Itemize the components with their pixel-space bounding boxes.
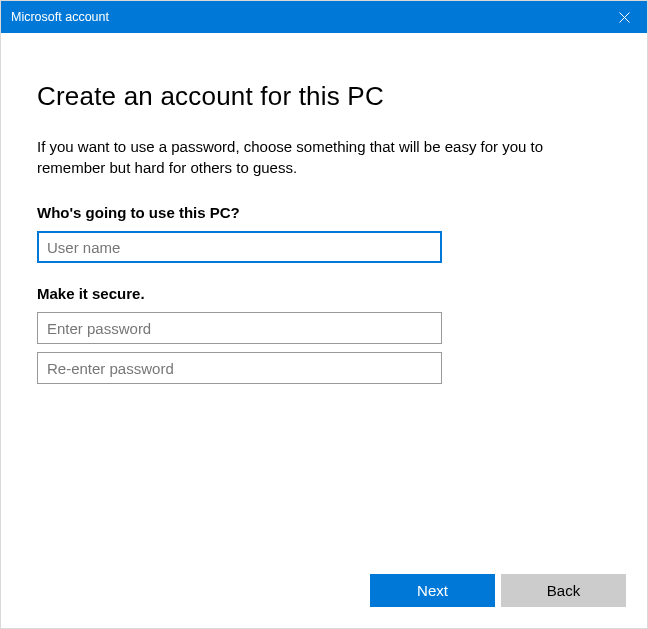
footer-buttons: Next Back <box>370 574 626 607</box>
secure-section-label: Make it secure. <box>37 285 611 302</box>
back-button[interactable]: Back <box>501 574 626 607</box>
window-title: Microsoft account <box>11 10 109 24</box>
close-icon <box>619 12 630 23</box>
reenter-password-input[interactable] <box>37 352 442 384</box>
page-subtext: If you want to use a password, choose so… <box>37 136 611 178</box>
password-input[interactable] <box>37 312 442 344</box>
next-button[interactable]: Next <box>370 574 495 607</box>
content-area: Create an account for this PC If you wan… <box>1 33 647 384</box>
page-title: Create an account for this PC <box>37 81 611 112</box>
username-input[interactable] <box>37 231 442 263</box>
close-button[interactable] <box>601 1 647 33</box>
user-section-label: Who's going to use this PC? <box>37 204 611 221</box>
titlebar: Microsoft account <box>1 1 647 33</box>
